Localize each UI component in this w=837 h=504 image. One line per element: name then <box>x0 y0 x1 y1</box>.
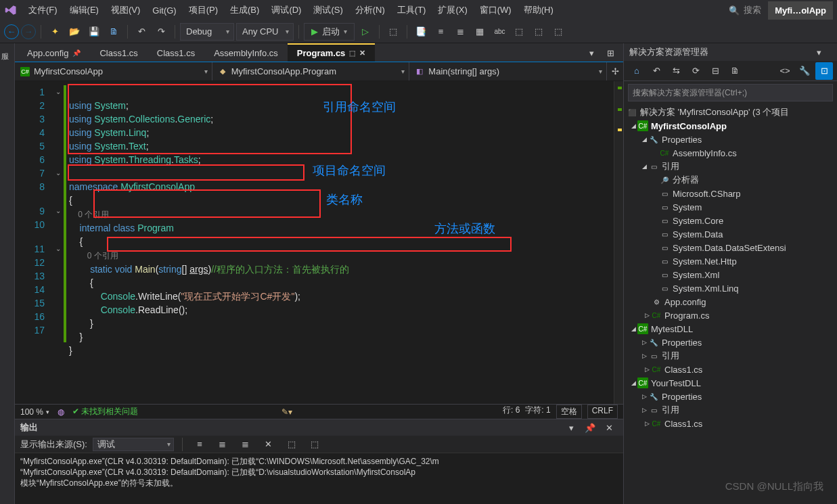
output-dropdown-icon[interactable]: ▾ <box>562 419 580 436</box>
open-file-button[interactable]: 📂 <box>66 23 83 41</box>
tree-class1[interactable]: ▷C#Class1.cs <box>624 417 837 430</box>
tree-program[interactable]: ▷C#Program.cs <box>624 308 837 322</box>
line-ending[interactable]: CRLF <box>587 405 618 419</box>
menu-help[interactable]: 帮助(H) <box>518 1 559 19</box>
fold-toggle[interactable]: ⌄ <box>53 204 64 218</box>
sln-properties-button[interactable]: 🔧 <box>796 62 813 80</box>
chevron-down-icon[interactable]: ◢ <box>640 136 648 143</box>
output-source-combo[interactable]: 调试 <box>93 438 174 451</box>
chevron-right-icon[interactable]: ▷ <box>640 352 648 359</box>
menu-build[interactable]: 生成(B) <box>225 1 265 19</box>
output-text[interactable]: “MyfirstConsolApp.exe”(CLR v4.0.30319: D… <box>15 453 623 504</box>
menu-file[interactable]: 文件(F) <box>23 1 63 19</box>
undo-button[interactable]: ↶ <box>133 23 150 41</box>
codelens-refs[interactable]: 0 个引用 <box>69 251 118 260</box>
fold-toggle[interactable]: ⌄ <box>53 85 64 99</box>
sln-back-button[interactable]: ↶ <box>648 62 665 80</box>
sln-home-button[interactable]: ⌂ <box>628 62 646 80</box>
tree-project[interactable]: ◢C#MytestDLL <box>624 322 837 336</box>
fold-toggle[interactable]: ⌄ <box>53 242 64 256</box>
redo-button[interactable]: ↷ <box>152 23 170 41</box>
out-btn-5[interactable]: ⬚ <box>283 436 300 453</box>
tb-icon-8[interactable]: ⬚ <box>530 23 547 41</box>
code-editor[interactable]: 12345678 910 11121314151617 ⌄ ⌄ ⌄ ⌄ usin… <box>15 81 623 404</box>
pin-icon[interactable]: ⬚ <box>349 49 355 57</box>
sln-fwd-button[interactable]: ⇆ <box>667 62 685 80</box>
start-without-debug-button[interactable]: ▷ <box>357 23 374 41</box>
tree-assemblyinfo[interactable]: C#AssemblyInfo.cs <box>624 146 837 160</box>
config-combo[interactable]: Debug <box>180 23 234 41</box>
menu-window[interactable]: 窗口(W) <box>474 1 517 19</box>
tree-solution-root[interactable]: ⬛解决方案 'MyfirstConsolApp' (3 个项目 <box>624 106 837 119</box>
tab-appconfig[interactable]: App.config📌 <box>18 45 90 62</box>
tree-ref-item[interactable]: ▭System.Xml.Linq <box>624 281 837 295</box>
tb-icon-3[interactable]: ≡ <box>432 23 449 41</box>
nav-member-combo[interactable]: ◧Main(string[] args) <box>409 62 607 81</box>
global-search[interactable]: 🔍 搜索 <box>729 4 761 16</box>
left-tool-rail[interactable]: 服 <box>0 43 15 504</box>
tb-icon-9[interactable]: ⬚ <box>549 23 567 41</box>
tree-properties[interactable]: ▷🔧Properties <box>624 390 837 403</box>
close-icon[interactable]: ✕ <box>359 49 365 58</box>
code-content[interactable]: using System; using System.Collections.G… <box>66 81 623 404</box>
output-close-icon[interactable]: ✕ <box>600 419 618 436</box>
chevron-right-icon[interactable]: ▷ <box>640 393 648 400</box>
tree-project[interactable]: ◢C#YourTestDLL <box>624 376 837 390</box>
tree-appconfig[interactable]: ⚙App.config <box>624 295 837 308</box>
tree-ref-item[interactable]: ▭System.Xml <box>624 268 837 281</box>
tabs-overflow-button[interactable]: ▾ <box>583 44 600 62</box>
sln-sync-button[interactable]: ⟳ <box>687 62 704 80</box>
menu-test[interactable]: 测试(S) <box>308 1 348 19</box>
tree-ref-item[interactable]: ▭System.Data <box>624 227 837 241</box>
tree-properties[interactable]: ◢🔧Properties <box>624 133 837 146</box>
fold-toggle[interactable]: ⌄ <box>53 166 64 180</box>
chevron-right-icon[interactable]: ▷ <box>643 420 651 427</box>
nav-forward-button[interactable]: → <box>21 24 36 39</box>
tb-icon-6[interactable]: abc <box>491 23 508 41</box>
tree-analyzer[interactable]: 🔎分析器 <box>624 173 837 187</box>
nav-back-button[interactable]: ← <box>4 24 19 39</box>
tree-references[interactable]: ◢▭引用 <box>624 160 837 173</box>
sln-preview-button[interactable]: ⊡ <box>815 62 833 80</box>
chevron-down-icon[interactable]: ◢ <box>640 163 648 170</box>
tb-icon-7[interactable]: ⬚ <box>510 23 528 41</box>
menu-project[interactable]: 项目(P) <box>183 1 223 19</box>
menu-debug[interactable]: 调试(D) <box>266 1 307 19</box>
out-btn-2[interactable]: ≣ <box>214 436 231 453</box>
tabs-split-button[interactable]: ⊞ <box>602 44 619 62</box>
tree-class1[interactable]: ▷C#Class1.cs <box>624 363 837 376</box>
output-pin-icon[interactable]: 📌 <box>581 419 599 436</box>
out-btn-3[interactable]: ≣ <box>237 436 254 453</box>
menu-extensions[interactable]: 扩展(X) <box>432 1 472 19</box>
tree-references[interactable]: ▷▭引用 <box>624 349 837 363</box>
tree-properties[interactable]: ▷🔧Properties <box>624 336 837 349</box>
tab-program[interactable]: Program.cs⬚✕ <box>288 43 376 62</box>
menu-edit[interactable]: 编辑(E) <box>64 1 104 19</box>
tree-ref-item[interactable]: ▭System.Net.Http <box>624 254 837 268</box>
tree-ref-item[interactable]: ▭System.Data.DataSetExtensi <box>624 241 837 254</box>
map-scrollbar[interactable] <box>614 81 623 404</box>
out-btn-1[interactable]: ≡ <box>191 436 208 453</box>
sln-dropdown-icon[interactable]: ▾ <box>810 43 828 61</box>
chevron-down-icon[interactable]: ◢ <box>629 325 637 332</box>
brush-icon[interactable]: ✎▾ <box>281 407 292 417</box>
menu-tools[interactable]: 工具(T) <box>392 1 432 19</box>
pin-icon[interactable]: 📌 <box>72 49 81 57</box>
chevron-right-icon[interactable]: ▷ <box>643 366 651 373</box>
platform-combo[interactable]: Any CPU <box>236 23 294 41</box>
out-btn-6[interactable]: ⬚ <box>306 436 323 453</box>
sln-collapse-button[interactable]: ⊟ <box>706 62 724 80</box>
tree-references[interactable]: ▷▭引用 <box>624 403 837 417</box>
tab-class1-a[interactable]: Class1.cs <box>90 45 147 62</box>
indent-mode[interactable]: 空格 <box>556 405 582 419</box>
chevron-down-icon[interactable]: ◢ <box>629 122 637 129</box>
tree-ref-item[interactable]: ▭System <box>624 200 837 214</box>
chevron-right-icon[interactable]: ▷ <box>640 339 648 346</box>
issues-status[interactable]: ✔ 未找到相关问题 <box>72 406 138 417</box>
tb-icon-4[interactable]: ≣ <box>451 23 469 41</box>
chevron-down-icon[interactable]: ◢ <box>629 380 637 386</box>
sln-showall-button[interactable]: 🗎 <box>726 62 744 80</box>
chevron-right-icon[interactable]: ▷ <box>640 407 648 413</box>
tb-icon-1[interactable]: ⬚ <box>384 23 402 41</box>
nav-project-combo[interactable]: C#MyfirstConsolApp <box>15 62 212 81</box>
